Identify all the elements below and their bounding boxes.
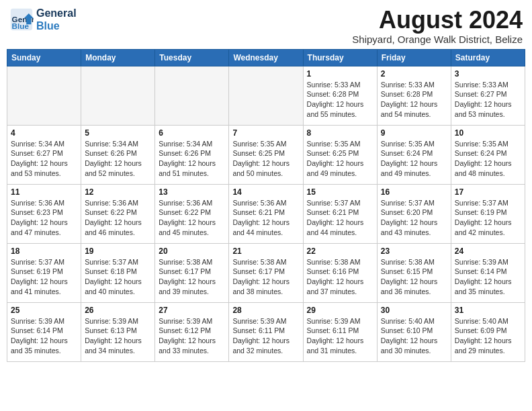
calendar-cell: 10Sunrise: 5:35 AM Sunset: 6:24 PM Dayli… (451, 125, 525, 184)
day-number: 27 (159, 306, 225, 315)
calendar-cell: 19Sunrise: 5:37 AM Sunset: 6:18 PM Dayli… (81, 243, 155, 302)
day-number: 20 (159, 246, 225, 256)
day-info: Sunrise: 5:38 AM Sunset: 6:17 PM Dayligh… (232, 257, 299, 297)
calendar-cell: 21Sunrise: 5:38 AM Sunset: 6:17 PM Dayli… (229, 243, 303, 302)
day-info: Sunrise: 5:35 AM Sunset: 6:24 PM Dayligh… (381, 139, 447, 179)
day-info: Sunrise: 5:38 AM Sunset: 6:17 PM Dayligh… (159, 257, 225, 297)
calendar-header-row: SundayMondayTuesdayWednesdayThursdayFrid… (7, 49, 525, 66)
day-info: Sunrise: 5:36 AM Sunset: 6:23 PM Dayligh… (11, 198, 77, 238)
day-info: Sunrise: 5:39 AM Sunset: 6:11 PM Dayligh… (232, 316, 299, 356)
day-number: 15 (307, 187, 373, 197)
calendar-cell (81, 66, 155, 125)
col-header-sunday: Sunday (7, 49, 81, 66)
calendar-cell: 29Sunrise: 5:39 AM Sunset: 6:11 PM Dayli… (303, 302, 377, 361)
col-header-friday: Friday (377, 49, 451, 66)
calendar-cell: 25Sunrise: 5:39 AM Sunset: 6:14 PM Dayli… (7, 302, 81, 361)
calendar-cell (229, 66, 303, 125)
calendar-week-2: 4Sunrise: 5:34 AM Sunset: 6:27 PM Daylig… (7, 125, 525, 184)
logo-icon: General Blue (9, 7, 34, 32)
day-number: 14 (232, 187, 299, 197)
calendar-cell: 24Sunrise: 5:39 AM Sunset: 6:14 PM Dayli… (451, 243, 525, 302)
calendar-cell: 22Sunrise: 5:38 AM Sunset: 6:16 PM Dayli… (303, 243, 377, 302)
day-info: Sunrise: 5:37 AM Sunset: 6:18 PM Dayligh… (85, 257, 151, 297)
day-info: Sunrise: 5:39 AM Sunset: 6:11 PM Dayligh… (307, 316, 373, 356)
day-info: Sunrise: 5:35 AM Sunset: 6:25 PM Dayligh… (307, 139, 373, 179)
col-header-thursday: Thursday (303, 49, 377, 66)
day-number: 1 (307, 69, 373, 79)
logo-blue: Blue (36, 19, 77, 32)
calendar-cell: 1Sunrise: 5:33 AM Sunset: 6:28 PM Daylig… (303, 66, 377, 125)
day-number: 6 (159, 128, 225, 138)
day-number: 8 (307, 128, 373, 138)
day-info: Sunrise: 5:34 AM Sunset: 6:27 PM Dayligh… (11, 139, 77, 179)
day-info: Sunrise: 5:34 AM Sunset: 6:26 PM Dayligh… (159, 139, 225, 179)
day-number: 10 (455, 128, 521, 138)
calendar-cell: 2Sunrise: 5:33 AM Sunset: 6:28 PM Daylig… (377, 66, 451, 125)
day-number: 3 (455, 69, 521, 79)
day-info: Sunrise: 5:36 AM Sunset: 6:22 PM Dayligh… (159, 198, 225, 238)
day-number: 24 (455, 246, 521, 256)
col-header-wednesday: Wednesday (229, 49, 303, 66)
day-info: Sunrise: 5:33 AM Sunset: 6:27 PM Dayligh… (455, 80, 521, 120)
calendar-cell: 13Sunrise: 5:36 AM Sunset: 6:22 PM Dayli… (155, 184, 229, 243)
day-info: Sunrise: 5:37 AM Sunset: 6:21 PM Dayligh… (307, 198, 373, 238)
day-info: Sunrise: 5:35 AM Sunset: 6:24 PM Dayligh… (455, 139, 521, 179)
calendar-cell: 31Sunrise: 5:40 AM Sunset: 6:09 PM Dayli… (451, 302, 525, 361)
day-number: 5 (85, 128, 151, 138)
logo-general: General (36, 7, 77, 19)
day-number: 22 (307, 246, 373, 256)
day-info: Sunrise: 5:40 AM Sunset: 6:10 PM Dayligh… (381, 316, 447, 356)
day-info: Sunrise: 5:38 AM Sunset: 6:16 PM Dayligh… (307, 257, 373, 297)
day-number: 29 (307, 306, 373, 315)
day-info: Sunrise: 5:37 AM Sunset: 6:19 PM Dayligh… (11, 257, 77, 297)
day-number: 19 (85, 246, 151, 256)
day-info: Sunrise: 5:38 AM Sunset: 6:15 PM Dayligh… (381, 257, 447, 297)
day-info: Sunrise: 5:37 AM Sunset: 6:20 PM Dayligh… (381, 198, 447, 238)
day-number: 7 (232, 128, 299, 138)
day-number: 31 (455, 306, 521, 315)
day-info: Sunrise: 5:33 AM Sunset: 6:28 PM Dayligh… (307, 80, 373, 120)
day-info: Sunrise: 5:39 AM Sunset: 6:14 PM Dayligh… (11, 316, 77, 356)
calendar-cell: 3Sunrise: 5:33 AM Sunset: 6:27 PM Daylig… (451, 66, 525, 125)
calendar-week-1: 1Sunrise: 5:33 AM Sunset: 6:28 PM Daylig… (7, 66, 525, 125)
day-number: 30 (381, 306, 447, 315)
calendar-cell: 17Sunrise: 5:37 AM Sunset: 6:19 PM Dayli… (451, 184, 525, 243)
calendar-cell: 6Sunrise: 5:34 AM Sunset: 6:26 PM Daylig… (155, 125, 229, 184)
calendar-cell: 20Sunrise: 5:38 AM Sunset: 6:17 PM Dayli… (155, 243, 229, 302)
calendar-cell: 28Sunrise: 5:39 AM Sunset: 6:11 PM Dayli… (229, 302, 303, 361)
calendar-cell: 11Sunrise: 5:36 AM Sunset: 6:23 PM Dayli… (7, 184, 81, 243)
day-number: 23 (381, 246, 447, 256)
day-number: 12 (85, 187, 151, 197)
calendar-cell: 4Sunrise: 5:34 AM Sunset: 6:27 PM Daylig… (7, 125, 81, 184)
calendar-cell: 18Sunrise: 5:37 AM Sunset: 6:19 PM Dayli… (7, 243, 81, 302)
day-number: 16 (381, 187, 447, 197)
day-number: 18 (11, 246, 77, 256)
col-header-saturday: Saturday (451, 49, 525, 66)
day-number: 9 (381, 128, 447, 138)
calendar-cell: 27Sunrise: 5:39 AM Sunset: 6:12 PM Dayli… (155, 302, 229, 361)
calendar-table: SundayMondayTuesdayWednesdayThursdayFrid… (7, 49, 525, 362)
day-info: Sunrise: 5:39 AM Sunset: 6:14 PM Dayligh… (455, 257, 521, 297)
calendar-cell: 23Sunrise: 5:38 AM Sunset: 6:15 PM Dayli… (377, 243, 451, 302)
day-number: 4 (11, 128, 77, 138)
day-number: 21 (232, 246, 299, 256)
page-header: General Blue General Blue August 2024 Sh… (7, 7, 525, 45)
calendar-cell: 15Sunrise: 5:37 AM Sunset: 6:21 PM Dayli… (303, 184, 377, 243)
day-info: Sunrise: 5:36 AM Sunset: 6:21 PM Dayligh… (232, 198, 299, 238)
col-header-tuesday: Tuesday (155, 49, 229, 66)
day-info: Sunrise: 5:33 AM Sunset: 6:28 PM Dayligh… (381, 80, 447, 120)
calendar-week-3: 11Sunrise: 5:36 AM Sunset: 6:23 PM Dayli… (7, 184, 525, 243)
day-number: 17 (455, 187, 521, 197)
calendar-cell: 14Sunrise: 5:36 AM Sunset: 6:21 PM Dayli… (229, 184, 303, 243)
calendar-cell: 7Sunrise: 5:35 AM Sunset: 6:25 PM Daylig… (229, 125, 303, 184)
calendar-cell: 30Sunrise: 5:40 AM Sunset: 6:10 PM Dayli… (377, 302, 451, 361)
day-info: Sunrise: 5:39 AM Sunset: 6:12 PM Dayligh… (159, 316, 225, 356)
page-subtitle: Shipyard, Orange Walk District, Belize (352, 34, 523, 45)
calendar-cell: 26Sunrise: 5:39 AM Sunset: 6:13 PM Dayli… (81, 302, 155, 361)
day-number: 26 (85, 306, 151, 315)
day-number: 13 (159, 187, 225, 197)
day-number: 28 (232, 306, 299, 315)
day-info: Sunrise: 5:37 AM Sunset: 6:19 PM Dayligh… (455, 198, 521, 238)
day-info: Sunrise: 5:35 AM Sunset: 6:25 PM Dayligh… (232, 139, 299, 179)
calendar-cell: 12Sunrise: 5:36 AM Sunset: 6:22 PM Dayli… (81, 184, 155, 243)
